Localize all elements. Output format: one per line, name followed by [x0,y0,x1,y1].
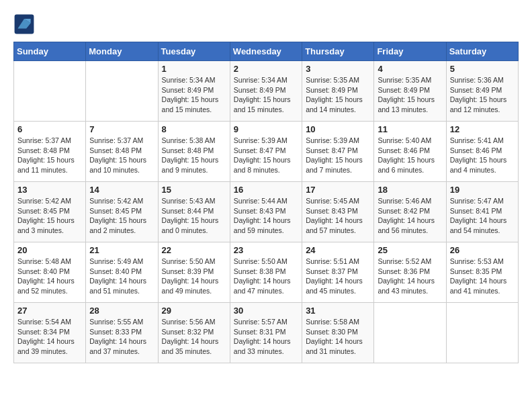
day-number: 28 [89,306,154,316]
day-number: 22 [162,245,226,255]
day-number: 19 [450,185,515,195]
day-info: Sunrise: 5:50 AM Sunset: 8:39 PM Dayligh… [162,257,226,296]
day-number: 23 [234,245,298,255]
day-number: 12 [450,124,515,134]
day-info: Sunrise: 5:41 AM Sunset: 8:46 PM Dayligh… [450,136,515,175]
day-number: 1 [162,64,226,74]
calendar-cell [14,61,86,122]
day-number: 27 [17,306,82,316]
day-info: Sunrise: 5:42 AM Sunset: 8:45 PM Dayligh… [89,196,154,236]
day-number: 13 [17,185,82,195]
weekday-header: Thursday [302,42,374,61]
day-number: 20 [17,245,82,255]
day-info: Sunrise: 5:51 AM Sunset: 8:37 PM Dayligh… [306,257,370,296]
calendar-cell: 29Sunrise: 5:56 AM Sunset: 8:32 PM Dayli… [158,303,230,363]
weekday-header: Sunday [14,42,86,61]
calendar-cell: 20Sunrise: 5:48 AM Sunset: 8:40 PM Dayli… [14,242,86,303]
day-info: Sunrise: 5:53 AM Sunset: 8:35 PM Dayligh… [450,257,515,296]
page-header [13,13,519,35]
calendar-cell: 17Sunrise: 5:45 AM Sunset: 8:43 PM Dayli… [302,182,374,242]
day-info: Sunrise: 5:49 AM Sunset: 8:40 PM Dayligh… [89,257,154,296]
day-info: Sunrise: 5:54 AM Sunset: 8:34 PM Dayligh… [17,317,82,357]
day-info: Sunrise: 5:44 AM Sunset: 8:43 PM Dayligh… [234,196,298,236]
calendar-body: 1Sunrise: 5:34 AM Sunset: 8:49 PM Daylig… [14,61,519,363]
day-info: Sunrise: 5:42 AM Sunset: 8:45 PM Dayligh… [17,196,82,236]
day-number: 2 [234,64,298,74]
calendar-cell: 30Sunrise: 5:57 AM Sunset: 8:31 PM Dayli… [230,303,302,363]
day-number: 8 [162,124,226,134]
day-number: 4 [378,64,442,74]
calendar-cell: 25Sunrise: 5:52 AM Sunset: 8:36 PM Dayli… [374,242,446,303]
calendar-cell: 7Sunrise: 5:37 AM Sunset: 8:48 PM Daylig… [86,122,158,182]
day-info: Sunrise: 5:56 AM Sunset: 8:32 PM Dayligh… [162,317,226,357]
calendar-cell: 21Sunrise: 5:49 AM Sunset: 8:40 PM Dayli… [86,242,158,303]
calendar-table: SundayMondayTuesdayWednesdayThursdayFrid… [13,42,519,363]
day-number: 3 [306,64,370,74]
calendar-cell: 23Sunrise: 5:50 AM Sunset: 8:38 PM Dayli… [230,242,302,303]
calendar-cell: 8Sunrise: 5:38 AM Sunset: 8:48 PM Daylig… [158,122,230,182]
day-number: 31 [306,306,370,316]
day-number: 11 [378,124,442,134]
day-number: 26 [450,245,515,255]
calendar-cell: 24Sunrise: 5:51 AM Sunset: 8:37 PM Dayli… [302,242,374,303]
day-info: Sunrise: 5:50 AM Sunset: 8:38 PM Dayligh… [234,257,298,296]
day-number: 6 [17,124,82,134]
calendar-cell: 27Sunrise: 5:54 AM Sunset: 8:34 PM Dayli… [14,303,86,363]
calendar-cell: 26Sunrise: 5:53 AM Sunset: 8:35 PM Dayli… [446,242,518,303]
day-info: Sunrise: 5:34 AM Sunset: 8:49 PM Dayligh… [162,75,226,115]
day-info: Sunrise: 5:35 AM Sunset: 8:49 PM Dayligh… [306,75,370,115]
day-number: 10 [306,124,370,134]
day-info: Sunrise: 5:45 AM Sunset: 8:43 PM Dayligh… [306,196,370,236]
calendar-cell: 9Sunrise: 5:39 AM Sunset: 8:47 PM Daylig… [230,122,302,182]
weekday-header: Tuesday [158,42,230,61]
calendar-cell: 12Sunrise: 5:41 AM Sunset: 8:46 PM Dayli… [446,122,518,182]
calendar-cell: 2Sunrise: 5:34 AM Sunset: 8:49 PM Daylig… [230,61,302,122]
day-number: 30 [234,306,298,316]
calendar-cell: 11Sunrise: 5:40 AM Sunset: 8:46 PM Dayli… [374,122,446,182]
calendar-cell: 4Sunrise: 5:35 AM Sunset: 8:49 PM Daylig… [374,61,446,122]
weekday-header: Monday [86,42,158,61]
day-info: Sunrise: 5:37 AM Sunset: 8:48 PM Dayligh… [89,136,154,175]
calendar-cell [86,61,158,122]
day-number: 17 [306,185,370,195]
calendar-cell: 31Sunrise: 5:58 AM Sunset: 8:30 PM Dayli… [302,303,374,363]
day-info: Sunrise: 5:35 AM Sunset: 8:49 PM Dayligh… [378,75,442,115]
calendar-cell: 6Sunrise: 5:37 AM Sunset: 8:48 PM Daylig… [14,122,86,182]
day-number: 5 [450,64,515,74]
calendar-cell: 15Sunrise: 5:43 AM Sunset: 8:44 PM Dayli… [158,182,230,242]
day-info: Sunrise: 5:57 AM Sunset: 8:31 PM Dayligh… [234,317,298,357]
day-info: Sunrise: 5:47 AM Sunset: 8:41 PM Dayligh… [450,196,515,236]
day-number: 14 [89,185,154,195]
day-number: 7 [89,124,154,134]
day-info: Sunrise: 5:43 AM Sunset: 8:44 PM Dayligh… [162,196,226,236]
day-number: 15 [162,185,226,195]
weekday-header: Saturday [446,42,518,61]
day-info: Sunrise: 5:39 AM Sunset: 8:47 PM Dayligh… [306,136,370,175]
day-info: Sunrise: 5:38 AM Sunset: 8:48 PM Dayligh… [162,136,226,175]
day-info: Sunrise: 5:55 AM Sunset: 8:33 PM Dayligh… [89,317,154,357]
day-info: Sunrise: 5:46 AM Sunset: 8:42 PM Dayligh… [378,196,442,236]
calendar-cell: 14Sunrise: 5:42 AM Sunset: 8:45 PM Dayli… [86,182,158,242]
day-info: Sunrise: 5:39 AM Sunset: 8:47 PM Dayligh… [234,136,298,175]
day-number: 21 [89,245,154,255]
day-number: 18 [378,185,442,195]
weekday-header: Wednesday [230,42,302,61]
calendar-cell: 19Sunrise: 5:47 AM Sunset: 8:41 PM Dayli… [446,182,518,242]
calendar-cell: 22Sunrise: 5:50 AM Sunset: 8:39 PM Dayli… [158,242,230,303]
calendar-cell: 1Sunrise: 5:34 AM Sunset: 8:49 PM Daylig… [158,61,230,122]
day-number: 9 [234,124,298,134]
day-info: Sunrise: 5:58 AM Sunset: 8:30 PM Dayligh… [306,317,370,357]
weekday-header: Friday [374,42,446,61]
calendar-cell [374,303,446,363]
day-info: Sunrise: 5:52 AM Sunset: 8:36 PM Dayligh… [378,257,442,296]
calendar-cell: 18Sunrise: 5:46 AM Sunset: 8:42 PM Dayli… [374,182,446,242]
calendar-cell: 13Sunrise: 5:42 AM Sunset: 8:45 PM Dayli… [14,182,86,242]
calendar-cell: 3Sunrise: 5:35 AM Sunset: 8:49 PM Daylig… [302,61,374,122]
calendar-cell: 5Sunrise: 5:36 AM Sunset: 8:49 PM Daylig… [446,61,518,122]
day-number: 16 [234,185,298,195]
day-number: 25 [378,245,442,255]
day-info: Sunrise: 5:40 AM Sunset: 8:46 PM Dayligh… [378,136,442,175]
calendar-header: SundayMondayTuesdayWednesdayThursdayFrid… [14,42,519,61]
calendar-cell: 10Sunrise: 5:39 AM Sunset: 8:47 PM Dayli… [302,122,374,182]
calendar-cell: 16Sunrise: 5:44 AM Sunset: 8:43 PM Dayli… [230,182,302,242]
